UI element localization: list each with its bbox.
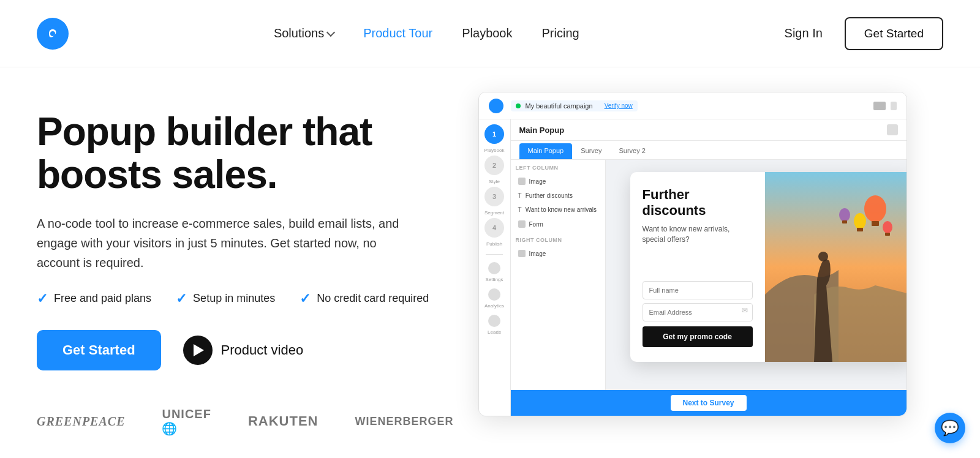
app-panel-header: Main Popup (511, 119, 907, 141)
chat-bubble-button[interactable]: 💬 (935, 413, 965, 443)
mobile-icon (891, 102, 897, 110)
nav-pricing[interactable]: Pricing (542, 26, 579, 40)
email-icon: ✉ (742, 306, 748, 315)
next-survey-button[interactable]: Next to Survey (671, 395, 747, 411)
svg-point-7 (883, 221, 892, 233)
sidebar-step-2: 2 (484, 156, 504, 175)
panel-item-arrivals: T Want to know new arrivals (516, 203, 600, 216)
panel-item-image-2: Image (516, 247, 600, 260)
tab-survey-2[interactable]: Survey 2 (610, 143, 654, 159)
app-topbar: My beautiful campaign Verify now (479, 92, 907, 119)
nav-product-tour[interactable]: Product Tour (363, 26, 432, 40)
feature-setup: ✓ Setup in minutes (176, 291, 275, 307)
logo-unicef: unicef 🌐 (162, 407, 211, 436)
app-logo-small (489, 99, 503, 113)
play-triangle-icon (194, 344, 204, 356)
get-started-hero-button[interactable]: Get Started (37, 330, 161, 370)
hero-left: Popup builder that boosts sales. A no-co… (37, 98, 454, 436)
product-video-label: Product video (221, 342, 304, 358)
hero-headline: Popup builder that boosts sales. (37, 110, 454, 197)
chevron-down-icon (326, 28, 335, 36)
sidebar-label-analytics: Analytics (481, 303, 508, 309)
form-icon (518, 220, 526, 228)
hero-subtext: A no-code tool to increase e-commerce sa… (37, 214, 404, 272)
desktop-icon (873, 102, 886, 110)
main-nav: Solutions Product Tour Playbook Pricing (274, 26, 579, 40)
header-right: Sign In Get Started (785, 17, 943, 50)
image-icon-2 (518, 250, 526, 257)
panel-title: Main Popup (519, 126, 565, 135)
app-body: 1 Playbook 2 Style 3 Segment 4 Publish S… (479, 119, 907, 416)
sidebar-step-4: 4 (484, 218, 504, 238)
tab-survey[interactable]: Survey (572, 143, 610, 159)
logo[interactable] (37, 18, 69, 50)
logo-rakuten: Rakuten (248, 413, 318, 429)
app-main-area: Main Popup Main Popup Survey Survey 2 LE… (511, 119, 907, 416)
nav-playbook[interactable]: Playbook (462, 26, 512, 40)
logos-row: GREENPEACE unicef 🌐 Rakuten wienerberger (37, 407, 454, 436)
popup-image (765, 172, 907, 362)
app-preview: My beautiful campaign Verify now 1 Playb… (478, 92, 907, 416)
product-video-button[interactable]: Product video (183, 336, 304, 365)
sidebar-step-1: 1 (484, 124, 504, 144)
features-row: ✓ Free and paid plans ✓ Setup in minutes… (37, 291, 454, 307)
sidebar-label-settings: Settings (481, 277, 508, 282)
sidebar-step-3: 3 (484, 187, 504, 206)
app-content: LEFT COLUMN Image T Further discounts T (511, 160, 907, 416)
panel-item-further: T Further discounts (516, 189, 600, 202)
get-started-header-button[interactable]: Get Started (845, 17, 943, 50)
svg-rect-10 (842, 220, 847, 223)
check-icon-2: ✓ (176, 291, 187, 307)
hero-right: My beautiful campaign Verify now 1 Playb… (454, 98, 943, 436)
header: Solutions Product Tour Playbook Pricing … (0, 0, 980, 67)
verify-link[interactable]: Verify now (605, 102, 633, 109)
popup-email-input[interactable] (643, 303, 753, 321)
left-col-title: LEFT COLUMN (516, 165, 600, 171)
check-icon-3: ✓ (300, 291, 311, 307)
left-panel: LEFT COLUMN Image T Further discounts T (511, 160, 606, 416)
svg-rect-6 (857, 228, 863, 231)
feature-label-3: No credit card required (317, 292, 429, 305)
campaign-name: My beautiful campaign (526, 102, 593, 110)
svg-point-9 (839, 208, 850, 222)
cta-row: Get Started Product video (37, 330, 454, 370)
main-content: Popup builder that boosts sales. A no-co… (0, 67, 980, 436)
sidebar-label-leads: Leads (481, 329, 508, 335)
logo-icon (37, 18, 69, 50)
feature-no-card: ✓ No credit card required (300, 291, 429, 307)
campaign-badge: My beautiful campaign Verify now (511, 100, 638, 111)
preview-area: × Further discounts Want to know new arr… (606, 160, 907, 416)
svg-point-3 (864, 195, 886, 222)
svg-rect-4 (872, 221, 879, 226)
tab-main-popup[interactable]: Main Popup (519, 143, 573, 159)
sidebar-label-4: Publish (481, 241, 508, 247)
nav-solutions[interactable]: Solutions (274, 26, 334, 40)
logo-greenpeace: GREENPEACE (37, 415, 125, 429)
feature-label-1: Free and paid plans (54, 292, 151, 305)
sidebar-label-2: Style (481, 179, 508, 184)
popup-subtitle: Want to know new arrivals, special offer… (643, 224, 753, 245)
app-tabs: Main Popup Survey Survey 2 (511, 141, 907, 160)
sign-in-link[interactable]: Sign In (785, 26, 823, 40)
right-col-title: RIGHT COLUMN (516, 237, 600, 243)
app-bottom-bar: Next to Survey (511, 390, 907, 416)
popup-card: × Further discounts Want to know new arr… (630, 172, 907, 362)
svg-point-1 (50, 31, 55, 36)
settings-icon (488, 262, 500, 274)
popup-left: Further discounts Want to know new arriv… (630, 172, 765, 362)
app-sidebar: 1 Playbook 2 Style 3 Segment 4 Publish S… (479, 119, 511, 416)
sidebar-label-3: Segment (481, 210, 508, 216)
popup-title: Further discounts (643, 187, 753, 219)
leads-icon (488, 315, 500, 327)
check-icon-1: ✓ (37, 291, 48, 307)
chat-icon: 💬 (941, 419, 959, 437)
svg-point-11 (818, 252, 828, 261)
svg-point-5 (854, 213, 866, 229)
feature-free-plans: ✓ Free and paid plans (37, 291, 151, 307)
popup-cta-button[interactable]: Get my promo code (643, 326, 753, 347)
panel-item-form: Form (516, 217, 600, 231)
panel-item-image-1: Image (516, 175, 600, 188)
popup-fullname-input[interactable] (643, 281, 753, 299)
play-icon (183, 336, 213, 365)
svg-rect-8 (885, 233, 890, 236)
